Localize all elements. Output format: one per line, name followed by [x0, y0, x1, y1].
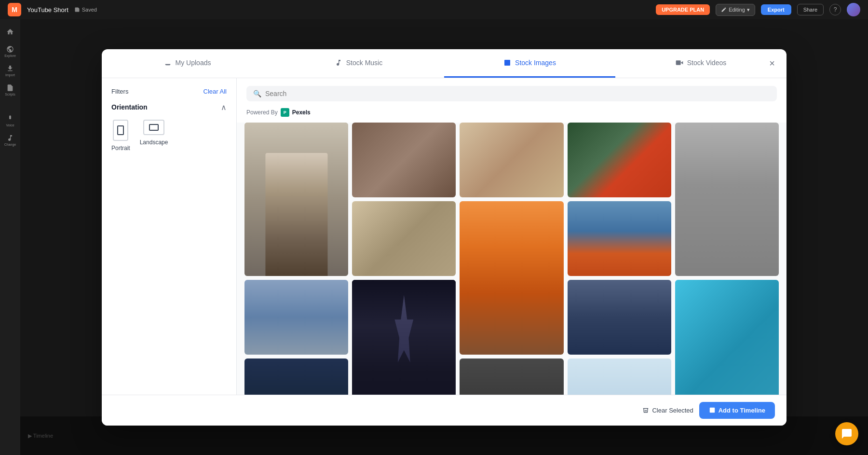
tab-stock-images[interactable]: Stock Images	[444, 49, 615, 78]
powered-by: Powered By P Pexels	[237, 105, 787, 123]
landscape-icon	[143, 120, 164, 135]
filters-sidebar: Filters Clear All Orientation ∧	[102, 78, 237, 395]
sidebar-item-import[interactable]: Import	[1, 62, 19, 79]
image-card[interactable]	[460, 123, 563, 197]
chat-bubble[interactable]	[835, 422, 858, 445]
orientation-section: Orientation ∧ Portrait	[111, 103, 227, 152]
tab-music-label: Stock Music	[346, 59, 382, 67]
powered-by-label: Powered By	[246, 109, 278, 116]
svg-rect-3	[676, 60, 680, 65]
sidebar-item-scripts[interactable]: Scripts	[1, 81, 19, 98]
upgrade-button[interactable]: UPGRADE PLAN	[656, 4, 710, 15]
clear-selected-button[interactable]: Clear Selected	[642, 407, 693, 414]
image-card[interactable]	[352, 201, 456, 276]
editing-button[interactable]: Editing ▾	[716, 4, 755, 16]
add-to-timeline-label: Add to Timeline	[719, 407, 765, 414]
portrait-label: Portrait	[111, 145, 130, 152]
landscape-option[interactable]: Landscape	[140, 120, 168, 152]
image-card[interactable]	[244, 280, 348, 355]
image-card[interactable]	[568, 123, 671, 197]
orientation-title: Orientation	[111, 103, 148, 111]
image-card[interactable]	[568, 358, 671, 395]
image-card[interactable]	[675, 123, 779, 276]
modal-close-button[interactable]: ×	[765, 57, 779, 70]
modal-footer: Clear Selected Add to Timeline	[102, 395, 787, 426]
image-card[interactable]	[352, 123, 456, 197]
clear-all-button[interactable]: Clear All	[203, 88, 227, 95]
left-sidebar: Explore Import Scripts Voice Change	[0, 19, 20, 455]
modal-body: Filters Clear All Orientation ∧	[102, 78, 787, 395]
export-button[interactable]: Export	[761, 4, 791, 15]
svg-point-1	[506, 61, 507, 62]
svg-rect-4	[118, 126, 123, 135]
tab-uploads-label: My Uploads	[176, 59, 211, 67]
saved-label: Saved	[82, 7, 97, 13]
tab-stock-music[interactable]: Stock Music	[273, 49, 444, 78]
sidebar-item-voice-change[interactable]: Change	[1, 131, 19, 149]
orientation-options: Portrait Landscape	[111, 120, 227, 152]
landscape-label: Landscape	[140, 139, 168, 146]
image-card[interactable]	[568, 280, 671, 355]
search-icon: 🔍	[253, 90, 261, 97]
clear-selected-label: Clear Selected	[652, 407, 693, 414]
tab-videos-label: Stock Videos	[687, 59, 726, 67]
app-logo: M	[8, 3, 21, 16]
image-card[interactable]	[460, 358, 563, 395]
share-button[interactable]: Share	[797, 4, 824, 15]
pexels-name: Pexels	[292, 109, 311, 116]
user-avatar[interactable]	[847, 3, 860, 16]
image-card[interactable]	[244, 123, 348, 276]
search-input[interactable]	[265, 90, 770, 97]
stock-images-modal: × My Uploads Stock Music Stock Images	[102, 49, 787, 426]
sidebar-item-voice[interactable]: Voice	[1, 112, 19, 129]
add-to-timeline-button[interactable]: Add to Timeline	[699, 402, 775, 419]
orientation-header: Orientation ∧	[111, 103, 227, 112]
search-input-wrap: 🔍	[246, 86, 777, 101]
modal-tabs: My Uploads Stock Music Stock Images Stoc…	[102, 49, 787, 78]
sidebar-item-home[interactable]	[1, 23, 19, 41]
tab-images-label: Stock Images	[515, 59, 556, 67]
editing-label: Editing	[729, 7, 745, 13]
search-bar: 🔍	[237, 78, 787, 105]
portrait-option[interactable]: Portrait	[111, 120, 130, 152]
image-card[interactable]	[244, 358, 348, 395]
image-card[interactable]	[675, 280, 779, 395]
help-button[interactable]: ?	[829, 4, 841, 15]
top-bar: M YouTube Short Saved UPGRADE PLAN Editi…	[0, 0, 868, 19]
portrait-icon	[113, 120, 128, 141]
image-card[interactable]	[568, 201, 671, 276]
filters-header: Filters Clear All	[111, 88, 227, 95]
image-card[interactable]	[460, 201, 563, 355]
modal-overlay: × My Uploads Stock Music Stock Images	[20, 19, 868, 455]
images-area: 🔍 Powered By P Pexels	[237, 78, 787, 395]
svg-marker-2	[680, 61, 683, 64]
project-title: YouTube Short	[27, 6, 68, 14]
export-label: Export	[768, 7, 785, 13]
image-card[interactable]	[352, 280, 456, 395]
svg-rect-6	[709, 408, 715, 413]
tab-my-uploads[interactable]: My Uploads	[102, 49, 273, 78]
saved-badge: Saved	[74, 7, 97, 13]
filters-title: Filters	[111, 88, 128, 95]
pexels-logo: P	[281, 108, 289, 117]
main-area: ▶ Timeline × My Uploads Stock Music Stoc…	[20, 19, 868, 455]
orientation-collapse-button[interactable]: ∧	[221, 103, 227, 112]
images-grid	[237, 123, 787, 395]
svg-rect-5	[149, 124, 158, 130]
tab-stock-videos[interactable]: Stock Videos	[615, 49, 787, 78]
sidebar-item-explore[interactable]: Explore	[1, 42, 19, 60]
